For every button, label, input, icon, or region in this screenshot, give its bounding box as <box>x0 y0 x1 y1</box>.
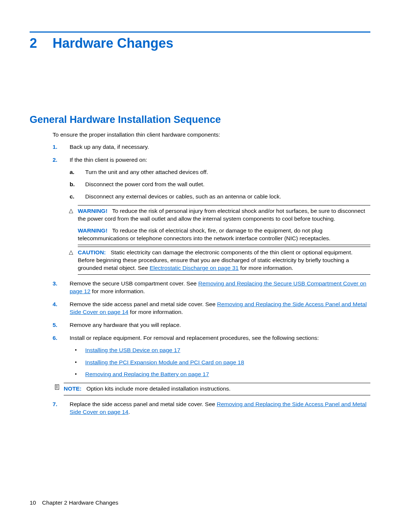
substep-c: c. Disconnect any external devices or ca… <box>70 193 370 201</box>
step-text-pre: Replace the side access panel and metal … <box>70 401 217 407</box>
step-4: 4. Remove the side access panel and meta… <box>53 301 370 316</box>
link-installing-usb[interactable]: Installing the USB Device on page 17 <box>85 347 180 353</box>
warning-text-1: WARNING! To reduce the risk of personal … <box>78 207 370 223</box>
warning-body-2: To reduce the risk of electrical shock, … <box>78 227 330 241</box>
page-number: 10 <box>30 499 36 506</box>
page-footer: 10 Chapter 2 Hardware Changes <box>30 499 118 506</box>
substep-text: Turn the unit and any other attached dev… <box>85 169 208 175</box>
intro-text: To ensure the proper installation thin c… <box>53 131 370 138</box>
substep-marker: b. <box>70 181 75 188</box>
caution-label: CAUTION: <box>78 249 106 255</box>
step-marker: 2. <box>53 156 57 164</box>
step-text: Remove any hardware that you will replac… <box>70 322 181 328</box>
bullet-item: Installing the USB Device on page 17 <box>70 347 370 354</box>
warning-body-1: To reduce the risk of personal injury fr… <box>78 208 365 222</box>
substep-text: Disconnect any external devices or cable… <box>85 193 281 200</box>
warning-callout: △ WARNING! To reduce the risk of persona… <box>81 205 370 245</box>
link-replacing-battery[interactable]: Removing and Replacing the Battery on pa… <box>85 371 209 377</box>
caution-post: for more information. <box>239 265 293 271</box>
step-2: 2. If the thin client is powered on: a. … <box>53 156 370 275</box>
warning-label: WARNING! <box>78 227 107 234</box>
step-text-post: . <box>129 409 130 415</box>
bullet-item: Removing and Replacing the Battery on pa… <box>70 371 370 378</box>
chapter-rule <box>30 31 370 33</box>
footer-chapter: Chapter 2 Hardware Changes <box>42 499 119 506</box>
note-icon <box>55 384 60 392</box>
substep-b: b. Disconnect the power cord from the wa… <box>70 181 370 188</box>
caution-icon: △ <box>69 248 73 256</box>
warning-icon: △ <box>69 207 73 214</box>
substep-marker: c. <box>70 193 74 201</box>
step-text-post: for more information. <box>129 309 183 315</box>
step-text: Install or replace equipment. For remova… <box>70 335 319 341</box>
chapter-title: Hardware Changes <box>53 36 173 51</box>
step-text-pre: Remove the side access panel and metal s… <box>70 301 217 307</box>
caution-text: CAUTION: Static electricity can damage t… <box>78 249 370 272</box>
step-marker: 1. <box>53 143 57 151</box>
step-text-pre: Remove the secure USB compartment cover.… <box>70 280 198 287</box>
step-text-post: for more information. <box>90 288 145 294</box>
chapter-heading: 2 Hardware Changes <box>30 36 370 51</box>
step-marker: 7. <box>53 401 57 408</box>
warning-label: WARNING! <box>78 208 107 214</box>
step-6: 6. Install or replace equipment. For rem… <box>53 334 370 396</box>
link-installing-pci[interactable]: Installing the PCI Expansion Module and … <box>85 359 244 365</box>
substeps: a. Turn the unit and any other attached … <box>70 168 370 201</box>
substep-a: a. Turn the unit and any other attached … <box>70 168 370 176</box>
step-marker: 6. <box>53 334 57 342</box>
bullet-item: Installing the PCI Expansion Module and … <box>70 359 370 367</box>
step-1: 1. Back up any data, if necessary. <box>53 143 370 151</box>
step-marker: 5. <box>53 321 57 329</box>
step-text: Back up any data, if necessary. <box>70 144 149 150</box>
step-5: 5. Remove any hardware that you will rep… <box>53 321 370 329</box>
link-electrostatic-discharge[interactable]: Electrostatic Discharge on page 31 <box>150 265 239 271</box>
step-6-bullets: Installing the USB Device on page 17 Ins… <box>70 347 370 379</box>
chapter-number: 2 <box>30 36 53 51</box>
step-7: 7. Replace the side access panel and met… <box>53 401 370 416</box>
procedure-list: 1. Back up any data, if necessary. 2. If… <box>53 143 370 416</box>
step-text: If the thin client is powered on: <box>70 157 147 163</box>
step-marker: 3. <box>53 280 57 288</box>
note-text: NOTE: Option kits include more detailed … <box>64 385 370 393</box>
substep-text: Disconnect the power cord from the wall … <box>85 181 204 187</box>
note-callout: NOTE: Option kits include more detailed … <box>67 383 370 395</box>
caution-callout: △ CAUTION: Static electricity can damage… <box>81 247 370 275</box>
section-heading: General Hardware Installation Sequence <box>30 114 370 126</box>
substep-marker: a. <box>70 168 74 176</box>
note-body: Option kits include more detailed instal… <box>86 385 230 392</box>
warning-text-2: WARNING! To reduce the risk of electrica… <box>78 227 370 242</box>
step-marker: 4. <box>53 301 57 308</box>
note-label: NOTE: <box>64 385 81 392</box>
step-3: 3. Remove the secure USB compartment cov… <box>53 280 370 295</box>
